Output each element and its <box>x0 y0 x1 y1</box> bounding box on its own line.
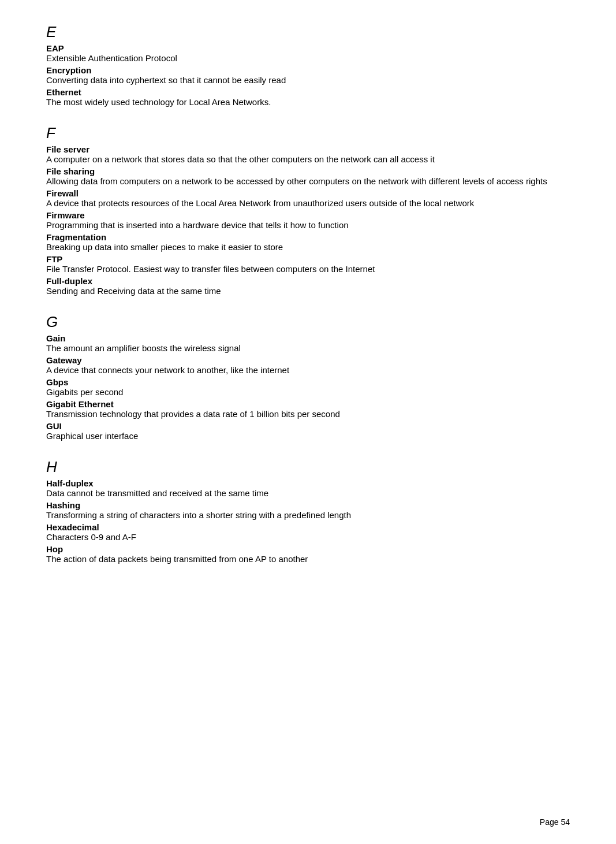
term-name: Gigabit Ethernet <box>46 399 570 409</box>
section-f: FFile serverA computer on a network that… <box>46 124 570 296</box>
term-name: Fragmentation <box>46 232 570 242</box>
term-block-hop: HopThe action of data packets being tran… <box>46 544 570 564</box>
term-block-half-duplex: Half-duplexData cannot be transmitted an… <box>46 478 570 498</box>
term-block-gbps: GbpsGigabits per second <box>46 377 570 397</box>
term-block-hexadecimal: HexadecimalCharacters 0-9 and A-F <box>46 522 570 542</box>
term-definition: A device that connects your network to a… <box>46 365 570 375</box>
term-definition: Breaking up data into smaller pieces to … <box>46 242 570 252</box>
page-content: EEAPExtensible Authentication ProtocolEn… <box>46 23 570 564</box>
term-definition: Data cannot be transmitted and received … <box>46 488 570 498</box>
term-name: File server <box>46 144 570 154</box>
term-block-fragmentation: FragmentationBreaking up data into small… <box>46 232 570 252</box>
term-name: EAP <box>46 43 570 53</box>
term-block-file-sharing: File sharingAllowing data from computers… <box>46 166 570 186</box>
term-block-firewall: FirewallA device that protects resources… <box>46 188 570 208</box>
term-definition: Characters 0-9 and A-F <box>46 532 570 542</box>
term-definition: Transmission technology that provides a … <box>46 409 570 419</box>
term-definition: Programming that is inserted into a hard… <box>46 220 570 230</box>
term-name: Encryption <box>46 65 570 75</box>
term-name: Firmware <box>46 210 570 220</box>
term-definition: The most widely used technology for Loca… <box>46 97 570 107</box>
term-definition: Converting data into cyphertext so that … <box>46 75 570 85</box>
term-name: Hexadecimal <box>46 522 570 532</box>
term-name: Firewall <box>46 188 570 198</box>
term-name: Hop <box>46 544 570 554</box>
term-name: Gbps <box>46 377 570 387</box>
term-name: Hashing <box>46 500 570 510</box>
term-block-gateway: GatewayA device that connects your netwo… <box>46 355 570 375</box>
term-block-eap: EAPExtensible Authentication Protocol <box>46 43 570 63</box>
term-definition: The action of data packets being transmi… <box>46 554 570 564</box>
section-letter-h: H <box>46 458 570 476</box>
page-number: Page 54 <box>540 817 570 827</box>
term-name: GUI <box>46 421 570 431</box>
term-definition: The amount an amplifier boosts the wirel… <box>46 343 570 353</box>
section-g: GGainThe amount an amplifier boosts the … <box>46 313 570 441</box>
term-block-hashing: HashingTransforming a string of characte… <box>46 500 570 520</box>
term-definition: File Transfer Protocol. Easiest way to t… <box>46 264 570 274</box>
term-block-firmware: FirmwareProgramming that is inserted int… <box>46 210 570 230</box>
term-block-gui: GUIGraphical user interface <box>46 421 570 441</box>
term-definition: Allowing data from computers on a networ… <box>46 176 570 186</box>
term-definition: Transforming a string of characters into… <box>46 510 570 520</box>
section-letter-f: F <box>46 124 570 142</box>
term-definition: Graphical user interface <box>46 431 570 441</box>
term-block-ftp: FTPFile Transfer Protocol. Easiest way t… <box>46 254 570 274</box>
section-e: EEAPExtensible Authentication ProtocolEn… <box>46 23 570 107</box>
term-block-ethernet: EthernetThe most widely used technology … <box>46 87 570 107</box>
term-name: File sharing <box>46 166 570 176</box>
term-name: FTP <box>46 254 570 264</box>
term-name: Half-duplex <box>46 478 570 488</box>
term-definition: A device that protects resources of the … <box>46 198 570 208</box>
section-letter-g: G <box>46 313 570 331</box>
term-name: Gain <box>46 333 570 343</box>
section-letter-e: E <box>46 23 570 41</box>
term-block-file-server: File serverA computer on a network that … <box>46 144 570 164</box>
term-definition: Gigabits per second <box>46 387 570 397</box>
term-definition: A computer on a network that stores data… <box>46 154 570 164</box>
term-name: Gateway <box>46 355 570 365</box>
term-block-gigabit-ethernet: Gigabit EthernetTransmission technology … <box>46 399 570 419</box>
term-block-full-duplex: Full-duplexSending and Receiving data at… <box>46 276 570 296</box>
term-name: Full-duplex <box>46 276 570 286</box>
term-name: Ethernet <box>46 87 570 97</box>
term-definition: Extensible Authentication Protocol <box>46 53 570 63</box>
term-definition: Sending and Receiving data at the same t… <box>46 286 570 296</box>
term-block-gain: GainThe amount an amplifier boosts the w… <box>46 333 570 353</box>
section-h: HHalf-duplexData cannot be transmitted a… <box>46 458 570 564</box>
term-block-encryption: EncryptionConverting data into cyphertex… <box>46 65 570 85</box>
